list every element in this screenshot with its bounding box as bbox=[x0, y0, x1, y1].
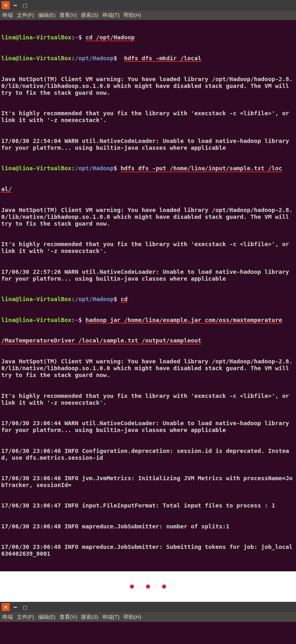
output-line: It's highly recommended that you fix the… bbox=[1, 393, 295, 406]
prompt-path: /opt/Hadoop bbox=[75, 55, 113, 61]
menu-edit[interactable]: 编辑(E) bbox=[38, 12, 56, 19]
output-line: 17/06/30 23:06:46 INFO Configuration.dep… bbox=[1, 448, 295, 461]
maximize-icon[interactable]: ▢ bbox=[21, 1, 29, 9]
menu-search[interactable]: 搜索(S) bbox=[81, 12, 98, 19]
menu-terminal[interactable]: 终端 bbox=[2, 12, 13, 19]
output-line: Java HotSpot(TM) Client VM warning: You … bbox=[1, 207, 295, 227]
menu-view[interactable]: 查看(V) bbox=[60, 12, 77, 19]
minimize-icon[interactable]: ━ bbox=[11, 603, 19, 611]
output-line: 17/06/30 23:06:47 INFO input.FileInputFo… bbox=[1, 502, 295, 509]
command-put-cont: al/ bbox=[1, 186, 12, 193]
terminal-window-2: ✕ ━ ▢ 终端 文件(F) 编辑(E) 查看(V) 搜索(S) 终端(T) 帮… bbox=[0, 602, 296, 644]
command-run-jar-cont: /MaxTemperatureDriver /local/sample.txt … bbox=[1, 338, 201, 344]
prompt-user: lina@lina-VirtualBox bbox=[1, 34, 72, 41]
output-line: It's highly recommended that you fix the… bbox=[1, 241, 295, 255]
terminal-body-2[interactable]: ' done.17/06/30 23:06:59 INFO mapred.Loc… bbox=[0, 622, 296, 644]
output-line: 17/06/30 23:06:48 INFO mapreduce.JobSubm… bbox=[1, 523, 295, 530]
menu-search[interactable]: 搜索(S) bbox=[81, 613, 98, 621]
output-line: Java HotSpot(TM) Client VM warning: You … bbox=[1, 76, 295, 96]
minimize-icon[interactable]: ━ bbox=[11, 1, 19, 9]
menu-help[interactable]: 帮助(H) bbox=[123, 12, 141, 19]
command-cd: cd bbox=[121, 296, 127, 303]
titlebar[interactable]: ✕ ━ ▢ bbox=[0, 602, 296, 612]
prompt-path: ~ bbox=[75, 34, 78, 41]
command-cd-hadoop: cd /opt/Hadoop bbox=[86, 35, 135, 41]
dot-icon bbox=[130, 585, 134, 589]
prompt-user: lina@lina-VirtualBox bbox=[1, 296, 72, 302]
output-line: Java HotSpot(TM) Client VM warning: You … bbox=[1, 358, 295, 379]
output-line: 17/06/30 23:06:48 INFO mapreduce.JobSubm… bbox=[1, 544, 295, 557]
terminal-body-1[interactable]: lina@lina-VirtualBox:~$ cd /opt/Hadoop l… bbox=[0, 20, 296, 571]
dot-icon bbox=[162, 585, 166, 589]
menu-edit[interactable]: 编辑(E) bbox=[38, 613, 56, 621]
output-line: 17/06/30 22:54:04 WARN util.NativeCodeLo… bbox=[1, 138, 295, 151]
menu-terminal-menu[interactable]: 终端(T) bbox=[103, 12, 120, 19]
output-line: It's highly recommended that you fix the… bbox=[1, 110, 295, 124]
menu-terminal[interactable]: 终端 bbox=[2, 613, 13, 621]
command-mkdir: hdfs dfs -mkdir /local bbox=[124, 55, 201, 62]
command-run-jar: hadoop jar /home/lina/example.jar com/os… bbox=[86, 317, 282, 324]
output-line: 17/06/30 23:06:44 WARN util.NativeCodeLo… bbox=[1, 420, 295, 434]
output-line: 17/06/30 22:57:26 WARN util.NativeCodeLo… bbox=[1, 269, 295, 282]
menu-help[interactable]: 帮助(H) bbox=[123, 613, 141, 621]
menu-file[interactable]: 文件(F) bbox=[17, 613, 34, 621]
menu-view[interactable]: 查看(V) bbox=[60, 613, 77, 621]
close-icon[interactable]: ✕ bbox=[2, 1, 10, 9]
separator-dots bbox=[0, 571, 296, 602]
output-line: 17/06/30 23:06:46 INFO jvm.JvmMetrics: I… bbox=[1, 475, 295, 489]
menu-terminal-menu[interactable]: 终端(T) bbox=[103, 613, 120, 621]
prompt-user: lina@lina-VirtualBox bbox=[1, 317, 72, 323]
dot-icon bbox=[146, 585, 150, 589]
titlebar[interactable]: ✕ ━ ▢ bbox=[0, 0, 296, 10]
terminal-window-1: ✕ ━ ▢ 终端 文件(F) 编辑(E) 查看(V) 搜索(S) 终端(T) 帮… bbox=[0, 0, 296, 571]
command-put: hdfs dfs -put /home/lina/input/sample.tx… bbox=[121, 165, 282, 172]
prompt-path: /opt/Hadoop bbox=[75, 296, 113, 302]
menubar: 终端 文件(F) 编辑(E) 查看(V) 搜索(S) 终端(T) 帮助(H) bbox=[0, 612, 296, 622]
close-icon[interactable]: ✕ bbox=[2, 603, 10, 611]
prompt-user: lina@lina-VirtualBox bbox=[1, 165, 72, 171]
menubar: 终端 文件(F) 编辑(E) 查看(V) 搜索(S) 终端(T) 帮助(H) bbox=[0, 10, 296, 20]
prompt-path: /opt/Hadoop bbox=[75, 165, 113, 171]
prompt-user: lina@lina-VirtualBox bbox=[1, 55, 72, 61]
prompt-path: ~ bbox=[75, 317, 78, 323]
maximize-icon[interactable]: ▢ bbox=[21, 603, 29, 611]
menu-file[interactable]: 文件(F) bbox=[17, 12, 34, 19]
